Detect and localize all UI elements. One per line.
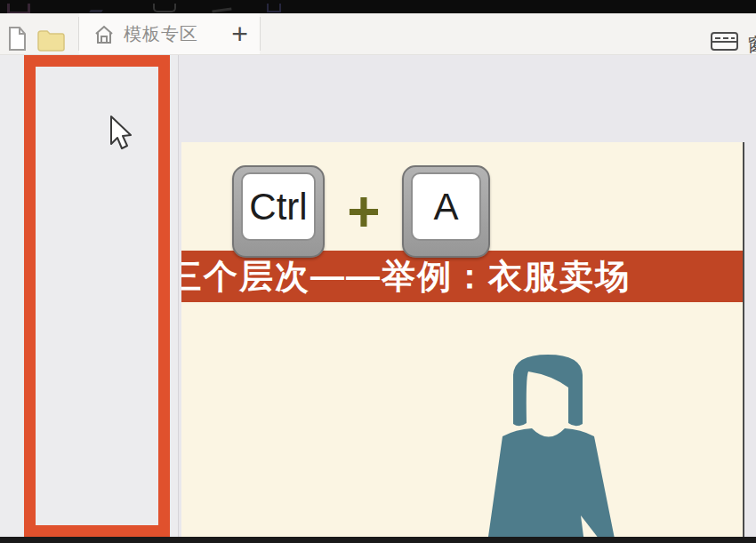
clipped-toolbar-icon [89,4,107,12]
ctrl-key-label: Ctrl [241,172,316,241]
new-tab-button[interactable]: + [220,13,260,55]
clipped-toolbar-icon [7,4,30,13]
annotation-highlight-rectangle [24,55,170,537]
a-key-label: A [411,172,481,241]
tab-divider [260,17,261,51]
clipped-toolbar-icon [267,4,281,12]
window-bottom-edge [0,537,756,543]
new-document-icon[interactable] [8,27,27,51]
tab-bar: 模板专区 + 窗 [0,13,756,55]
slide-title-band: 三个层次——举例：衣服卖场 [181,251,743,302]
clipped-toolbar-icon [211,3,231,13]
open-folder-icon[interactable] [37,30,65,52]
tab-label: 模板专区 [124,22,198,46]
mouse-cursor [109,115,135,152]
editor-background [179,55,756,143]
ctrl-keycap: Ctrl [232,165,325,258]
clipped-window-label: 窗 [747,33,756,55]
woman-figure-illustration [480,350,623,537]
window-top-toolbar [0,0,756,13]
clipped-toolbar-icon [153,4,176,12]
plus-separator: + [343,188,384,235]
slide-title: 三个层次——举例：衣服卖场 [181,254,631,299]
home-icon [93,24,115,45]
a-keycap: A [402,165,490,258]
tab-template-zone[interactable]: 模板专区 [79,13,220,55]
window-layout-icon[interactable] [711,32,738,51]
